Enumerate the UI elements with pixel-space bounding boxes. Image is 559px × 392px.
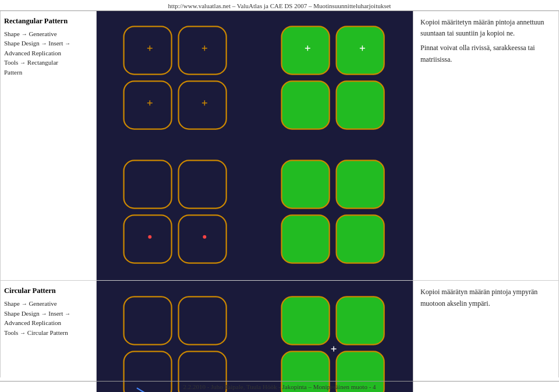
circ-shape-tl xyxy=(109,292,242,392)
svg-rect-14 xyxy=(281,82,329,129)
page-header: http://www.valuatlas.net – ValuAtlas ja … xyxy=(0,0,559,11)
rect-shape-tl xyxy=(109,22,242,135)
rectangular-section: Rectangular Pattern Shape → Generative S… xyxy=(1,11,558,281)
rectangular-nav-5: Pattern xyxy=(4,68,93,77)
svg-rect-27 xyxy=(336,161,384,209)
circular-nav-1: Shape → Generative xyxy=(4,299,93,309)
rect-shape-tr xyxy=(267,22,400,135)
page-footer: 2.2.2010 - Juho Taipale, Tuula Höök - Ja… xyxy=(0,381,559,392)
rect-img-br xyxy=(256,146,412,279)
rectangular-right-panel: Kopioi määritetyn määrän pintoja annettu… xyxy=(413,11,558,280)
rectangular-left-panel: Rectangular Pattern Shape → Generative S… xyxy=(1,11,97,280)
svg-rect-3 xyxy=(179,82,227,129)
circular-nav-3: Advanced Replication xyxy=(4,318,93,328)
circular-right-panel: Kopioi määrätyn määrän pintoja ympyrän m… xyxy=(413,281,558,392)
svg-rect-20 xyxy=(124,161,172,209)
rect-desc-2: Pinnat voivat olla rivissä, sarakkeessa … xyxy=(420,43,551,65)
svg-rect-30 xyxy=(124,296,172,344)
rect-desc-1: Kopioi määritetyn määrän pintoja annettu… xyxy=(420,17,551,39)
svg-rect-22 xyxy=(124,216,172,263)
circular-nav-4: Tools → Circular Pattern xyxy=(4,328,93,338)
rect-img-tr xyxy=(256,12,412,145)
svg-rect-29 xyxy=(336,216,384,263)
footer-text: 2.2.2010 - Juho Taipale, Tuula Höök - Ja… xyxy=(183,383,376,390)
circular-title: Circular Pattern xyxy=(4,285,93,296)
svg-rect-15 xyxy=(336,82,384,129)
circular-left-panel: Circular Pattern Shape → Generative Shap… xyxy=(1,281,97,392)
svg-point-25 xyxy=(203,235,207,239)
rectangular-title: Rectangular Pattern xyxy=(4,16,93,27)
svg-rect-36 xyxy=(281,296,329,344)
rectangular-images xyxy=(97,11,413,280)
rectangular-nav-3: Advanced Replication xyxy=(4,48,93,58)
rect-shape-br xyxy=(267,156,400,269)
svg-rect-31 xyxy=(179,296,227,344)
svg-rect-21 xyxy=(179,161,227,209)
svg-rect-28 xyxy=(281,216,329,263)
svg-rect-13 xyxy=(336,27,384,75)
header-text: http://www.valuatlas.net – ValuAtlas ja … xyxy=(168,2,391,9)
svg-rect-1 xyxy=(179,27,227,75)
svg-rect-2 xyxy=(124,82,172,129)
rectangular-nav-4: Tools → Rectangular xyxy=(4,58,93,68)
svg-point-24 xyxy=(148,235,152,239)
rectangular-nav-1: Shape → Generative xyxy=(4,29,93,39)
circ-shape-tr xyxy=(267,292,400,392)
svg-rect-12 xyxy=(281,27,329,75)
svg-rect-37 xyxy=(336,296,384,344)
rect-img-bl xyxy=(98,146,254,279)
circ-img-tl xyxy=(98,282,254,392)
rect-img-tl xyxy=(98,12,254,145)
svg-rect-26 xyxy=(281,161,329,209)
circ-desc-1: Kopioi määrätyn määrän pintoja ympyrän m… xyxy=(420,287,551,309)
circular-images xyxy=(97,281,413,392)
circular-section: Circular Pattern Shape → Generative Shap… xyxy=(1,281,558,392)
svg-rect-0 xyxy=(124,27,172,75)
rect-shape-bl xyxy=(109,156,242,269)
svg-rect-23 xyxy=(179,216,227,263)
rectangular-nav-2: Shape Design → Insert → xyxy=(4,38,93,48)
main-content: Rectangular Pattern Shape → Generative S… xyxy=(0,11,559,377)
circular-nav-2: Shape Design → Insert → xyxy=(4,309,93,319)
circ-img-tr xyxy=(256,282,412,392)
